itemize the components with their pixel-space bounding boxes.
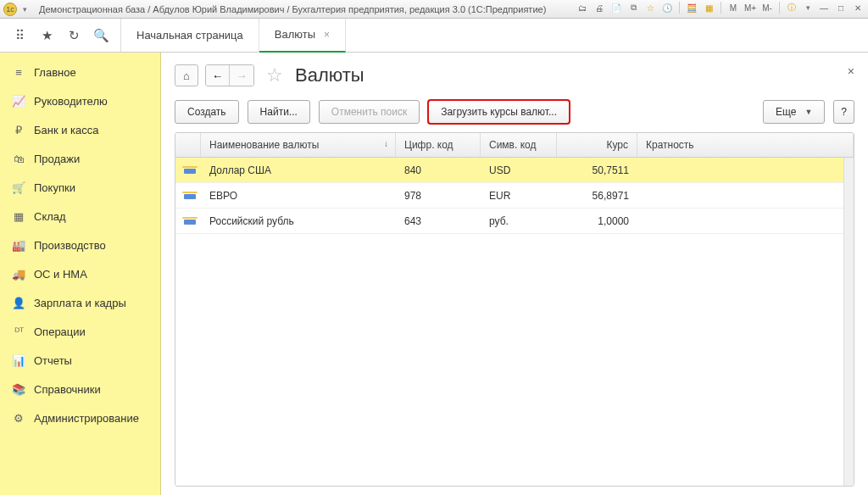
create-button[interactable]: Создать (175, 100, 239, 124)
tab-close-icon[interactable]: × (324, 29, 330, 41)
tab-start-page[interactable]: Начальная страница (121, 19, 259, 53)
row-name: ЕВРО (201, 190, 396, 202)
sidebar-item-label: Операции (34, 325, 86, 338)
star-icon[interactable]: ★ (39, 28, 54, 43)
nav-back-button[interactable]: ← (206, 65, 230, 86)
window-minimize-button[interactable]: — (817, 1, 831, 14)
sidebar-item-1[interactable]: 📈Руководителю (0, 86, 160, 115)
tab-currencies[interactable]: Валюты × (259, 19, 346, 53)
table-row[interactable]: Доллар США840USD50,7511 (175, 158, 854, 183)
more-label: Еще (776, 106, 796, 118)
sidebar-item-label: Руководителю (34, 95, 108, 108)
sidebar-icon: ⚙ (12, 411, 25, 425)
fav-icon[interactable]: ☆ (643, 1, 657, 14)
clock-icon[interactable]: 🕓 (660, 1, 674, 14)
row-rate: 1,0000 (557, 215, 637, 227)
grid-header: Наименование валюты ↓ Цифр. код Симв. ко… (175, 133, 854, 158)
currency-icon (184, 220, 196, 225)
row-rate: 56,8971 (557, 190, 637, 202)
sidebar-icon: 📚 (12, 382, 25, 396)
row-numeric-code: 840 (396, 164, 481, 176)
sidebar-icon: 🚚 (12, 267, 25, 281)
print-icon[interactable]: 🖨 (593, 1, 606, 14)
sidebar-item-label: Банк и касса (34, 124, 99, 136)
toolbar: Создать Найти... Отменить поиск Загрузит… (175, 100, 854, 124)
table-row[interactable]: ЕВРО978EUR56,8971 (175, 183, 854, 209)
sidebar-item-7[interactable]: 🚚ОС и НМА (0, 259, 160, 288)
sidebar-item-10[interactable]: 📊Отчеты (0, 346, 160, 375)
doc-icon[interactable]: 📄 (609, 1, 623, 14)
grid-icon[interactable]: ▦ (702, 1, 715, 14)
compare-icon[interactable]: ⧉ (626, 1, 640, 14)
sidebar-item-11[interactable]: 📚Справочники (0, 375, 160, 403)
col-multiplicity[interactable]: Кратность (637, 133, 854, 157)
page-close-button[interactable]: × (848, 64, 854, 78)
nav-forward-button[interactable]: → (230, 65, 253, 86)
sidebar-item-3[interactable]: 🛍Продажи (0, 144, 160, 173)
page-header: ⌂ ← → ☆ Валюты (175, 64, 854, 86)
separator (679, 2, 680, 14)
sidebar: ≡Главное📈Руководителю₽Банк и касса🛍Прода… (0, 53, 161, 495)
col-numeric-code[interactable]: Цифр. код (396, 133, 481, 157)
currency-icon (184, 194, 196, 199)
sidebar-item-label: Отчеты (34, 354, 72, 367)
row-symbol-code: EUR (481, 190, 557, 202)
tabs: Начальная страница Валюты × (121, 19, 346, 52)
mem-m-button[interactable]: M (726, 1, 740, 14)
currency-icon (184, 169, 196, 174)
window-titlebar: 1c ▾ Демонстрационная база / Абдулов Юри… (0, 0, 868, 19)
info-icon[interactable]: ⓘ (785, 1, 798, 14)
home-button[interactable]: ⌂ (175, 64, 198, 86)
col-name[interactable]: Наименование валюты ↓ (201, 133, 396, 157)
titlebar-left: 1c ▾ Демонстрационная база / Абдулов Юри… (3, 3, 546, 16)
tab-label: Валюты (275, 28, 315, 41)
sidebar-item-4[interactable]: 🛒Покупки (0, 173, 160, 202)
separator (779, 2, 780, 14)
sidebar-icon: ≡ (12, 65, 25, 79)
page-title: Валюты (295, 64, 364, 86)
window-maximize-button[interactable]: □ (834, 1, 848, 14)
help-button[interactable]: ? (833, 100, 854, 124)
info-dropdown-icon[interactable]: ▾ (802, 2, 814, 14)
sidebar-icon: 📊 (12, 353, 25, 367)
row-name: Российский рубль (201, 215, 396, 227)
sidebar-item-label: Продажи (34, 153, 80, 165)
chevron-down-icon: ▼ (804, 108, 812, 116)
grid-scrollbar[interactable] (843, 158, 854, 486)
row-icon-cell (175, 164, 201, 176)
cancel-find-button[interactable]: Отменить поиск (319, 100, 420, 124)
sidebar-item-12[interactable]: ⚙Администрирование (0, 403, 160, 432)
sidebar-item-6[interactable]: 🏭Производство (0, 231, 160, 259)
sidebar-item-9[interactable]: ᴰᵀОперации (0, 317, 160, 346)
body-area: ≡Главное📈Руководителю₽Банк и касса🛍Прода… (0, 53, 868, 495)
find-button[interactable]: Найти... (248, 100, 310, 124)
calc-icon[interactable]: 🧮 (685, 1, 698, 14)
table-row[interactable]: Российский рубль643руб.1,0000 (175, 209, 854, 234)
row-icon-cell (175, 215, 201, 227)
sidebar-item-8[interactable]: 👤Зарплата и кадры (0, 288, 160, 317)
col-rate[interactable]: Курс (557, 133, 637, 157)
sidebar-item-label: Администрирование (34, 412, 139, 425)
row-rate: 50,7511 (557, 164, 637, 176)
menu-icon[interactable]: ⠿ (12, 28, 27, 43)
app-menu-dropdown-icon[interactable]: ▾ (19, 3, 31, 15)
more-button[interactable]: Еще ▼ (763, 100, 825, 124)
toolbar-icon[interactable]: 🗂 (576, 1, 589, 14)
window-close-button[interactable]: ✕ (851, 1, 865, 14)
search-icon[interactable]: 🔍 (93, 28, 108, 43)
load-rates-button[interactable]: Загрузить курсы валют... (428, 100, 570, 124)
mem-mminus-button[interactable]: M- (760, 1, 774, 14)
row-symbol-code: USD (481, 164, 557, 176)
nav-buttons: ← → (205, 64, 254, 86)
mem-mplus-button[interactable]: M+ (743, 1, 757, 14)
sidebar-item-label: Зарплата и кадры (34, 297, 126, 309)
sidebar-item-0[interactable]: ≡Главное (0, 58, 160, 86)
history-icon[interactable]: ↻ (66, 28, 81, 43)
sidebar-item-2[interactable]: ₽Банк и касса (0, 115, 160, 144)
col-symbol-code[interactable]: Симв. код (481, 133, 557, 157)
sidebar-item-label: Покупки (34, 181, 75, 194)
col-icon[interactable] (175, 133, 201, 157)
sidebar-item-5[interactable]: ▦Склад (0, 202, 160, 231)
favorite-star-icon[interactable]: ☆ (266, 64, 283, 86)
sidebar-icon: 🛒 (12, 181, 25, 194)
